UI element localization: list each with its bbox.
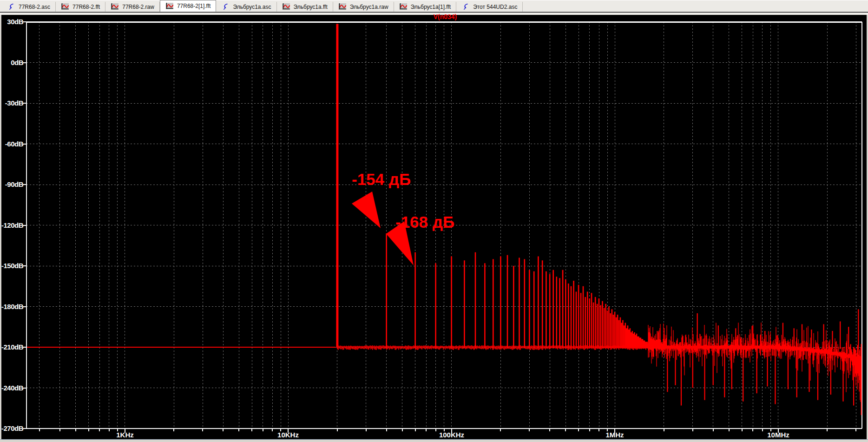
tab-label: 77R68-2[1].fft	[177, 3, 211, 9]
y-axis-label: 0dB	[0, 59, 23, 66]
x-axis-label: 10KHz	[265, 431, 311, 439]
window-frame-bottom	[0, 439, 868, 442]
y-axis-label: -120dB	[0, 222, 23, 229]
tab-77r68-2-1-fft[interactable]: 77R68-2[1].fft	[160, 0, 217, 12]
annotation-arrow-1	[352, 191, 381, 228]
x-axis-label: 1KHz	[102, 431, 148, 439]
annotation-text-2: -168 дБ	[395, 214, 454, 230]
y-axis-label: -240dB	[0, 384, 23, 392]
annotation-text-1: -154 дБ	[352, 171, 411, 187]
x-axis-label: 100KHz	[428, 431, 475, 439]
x-axis-label: 10MHz	[755, 431, 802, 439]
waveform-icon	[165, 2, 174, 10]
y-axis-label: -90dB	[0, 181, 23, 188]
trace-label[interactable]: V(n034)	[413, 13, 478, 20]
waveform-viewer-window: 77R68-2.asc 77R68-2.fft 77R68-2.raw 77R6…	[0, 0, 868, 442]
window-frame-left	[0, 15, 1, 439]
y-axis-label: -150dB	[0, 262, 23, 270]
x-axis-label: 1MHz	[592, 431, 638, 439]
y-axis-label: -210dB	[0, 343, 23, 351]
y-axis-label: -180dB	[0, 303, 23, 310]
y-axis-label: -30dB	[0, 99, 23, 107]
y-axis-label: -60dB	[0, 140, 23, 148]
y-axis-label: 30dB	[0, 18, 23, 26]
y-axis-label: -270dB	[0, 425, 23, 432]
